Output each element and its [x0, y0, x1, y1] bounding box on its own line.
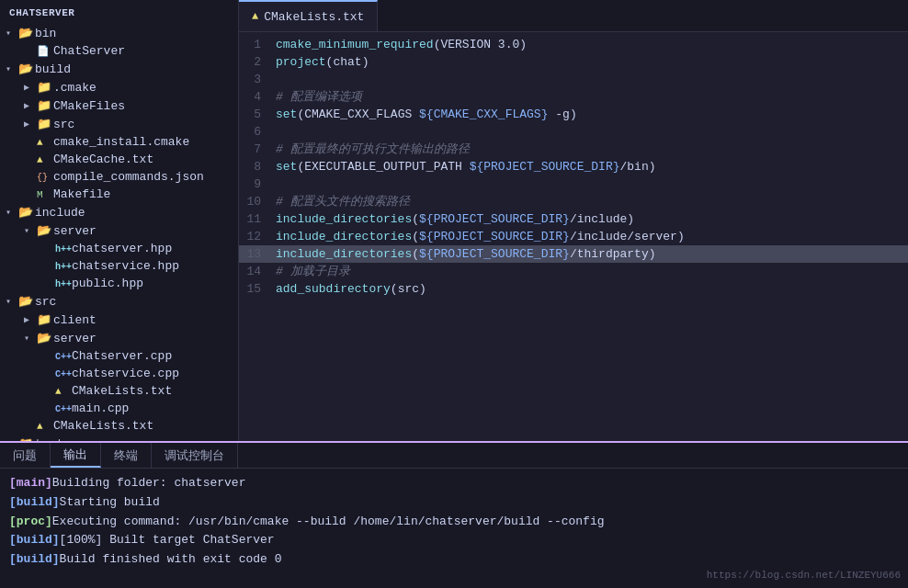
tree-label: server [53, 224, 96, 238]
code-line-5: 5set(CMAKE_CXX_FLAGS ${CMAKE_CXX_FLAGS} … [239, 106, 908, 123]
line-content [276, 71, 908, 88]
tree-item-build[interactable]: ▾📂build [0, 60, 238, 78]
tree-label: CMakeLists.txt [72, 384, 172, 398]
tree-arrow: ▾ [24, 333, 37, 344]
tree-label: main.cpp [72, 401, 129, 415]
folder-icon: 📂 [37, 331, 53, 345]
terminal-text: Executing command: /usr/bin/cmake --buil… [52, 513, 605, 532]
panel-tab-terminal[interactable]: 终端 [101, 443, 152, 468]
tree-item-makefile[interactable]: MMakefile [0, 186, 238, 203]
line-content [276, 123, 908, 141]
line-content: add_subdirectory(src) [276, 280, 908, 298]
hpp-icon: h++ [55, 242, 72, 255]
editor-area: ▲ CMakeLists.txt 1cmake_minimum_required… [239, 0, 908, 441]
tree-label: server [53, 332, 96, 345]
line-number: 3 [239, 71, 276, 88]
tree-arrow: ▶ [24, 100, 37, 111]
tree-item-cmakelists-src[interactable]: ▲CMakeLists.txt [0, 417, 238, 435]
line-content: include_directories(${PROJECT_SOURCE_DIR… [276, 245, 908, 263]
tree-item-chatserver-cpp[interactable]: C++Chatserver.cpp [0, 347, 238, 365]
line-number: 5 [239, 106, 276, 123]
tree-item-public-hpp[interactable]: h++public.hpp [0, 275, 238, 292]
tree-item-main-cpp[interactable]: C++main.cpp [0, 400, 238, 417]
tree-label: bin [35, 27, 56, 40]
cmake-icon: ▲ [37, 419, 53, 433]
tree-item-client[interactable]: ▶📁client [0, 311, 238, 329]
code-line-1: 1cmake_minimum_required(VERSION 3.0) [239, 36, 908, 53]
tree-arrow: ▶ [24, 314, 37, 325]
folder-icon: 📁 [37, 117, 53, 131]
tree-item-cmakelists-server[interactable]: ▲CMakeLists.txt [0, 382, 238, 400]
line-content: # 配置头文件的搜索路径 [276, 193, 908, 210]
line-number: 8 [239, 158, 276, 175]
tree-item-server-src[interactable]: ▾📂server [0, 329, 238, 347]
panel-tab-output[interactable]: 输出 [51, 443, 101, 468]
code-editor[interactable]: 1cmake_minimum_required(VERSION 3.0)2pro… [239, 32, 908, 441]
code-line-2: 2project(chat) [239, 53, 908, 71]
tree-item-cmakecache[interactable]: ▲CMakeCache.txt [0, 151, 238, 168]
folder-icon: 📂 [18, 205, 35, 220]
tree-label: chatserver.hpp [72, 242, 172, 255]
terminal-output: [main] Building folder: chatserver[build… [9, 474, 899, 570]
tree-label: chatservice.hpp [72, 259, 179, 273]
code-line-7: 7# 配置最终的可执行文件输出的路径 [239, 141, 908, 158]
line-number: 14 [239, 263, 276, 280]
line-content: include_directories(${PROJECT_SOURCE_DIR… [276, 210, 908, 228]
panel-tab-problems[interactable]: 问题 [0, 443, 51, 468]
terminal-line: [proc] Executing command: /usr/bin/cmake… [9, 513, 899, 532]
tree-item-bin[interactable]: ▾📂bin [0, 24, 238, 42]
tree-item-chatservice-hpp[interactable]: h++chatservice.hpp [0, 257, 238, 275]
tree-arrow: ▾ [6, 63, 18, 74]
tree-label: Makefile [53, 187, 110, 201]
tree-item-chatserver-hpp[interactable]: h++chatserver.hpp [0, 240, 238, 257]
panel-tabs: 问题 输出 终端 调试控制台 [0, 443, 908, 469]
editor-tab[interactable]: ▲ CMakeLists.txt [239, 0, 378, 31]
tree-label: Chatserver.cpp [72, 349, 172, 363]
tree-item-cmakefiles[interactable]: ▶📁CMakeFiles [0, 96, 238, 115]
line-content: # 配置编译选项 [276, 88, 908, 106]
terminal-text: [100%] Built target ChatServer [60, 531, 275, 550]
tree-label: public.hpp [72, 277, 143, 290]
line-content: # 加载子目录 [276, 263, 908, 280]
tree-item-src[interactable]: ▾📂src [0, 292, 238, 311]
tree-item-cmake[interactable]: ▶📁.cmake [0, 78, 238, 96]
terminal-prefix: [build] [9, 550, 60, 570]
line-content: include_directories(${PROJECT_SOURCE_DIR… [276, 228, 908, 245]
hpp-icon: h++ [55, 259, 72, 273]
tree-label: ChatServer [53, 44, 125, 58]
terminal-text: Build finished with exit code 0 [60, 550, 282, 570]
tree-label: CMakeFiles [53, 99, 125, 113]
tree-item-server-folder[interactable]: ▾📂server [0, 221, 238, 240]
line-content [276, 175, 908, 193]
hpp-icon: h++ [55, 277, 72, 290]
folder-icon: 📂 [37, 223, 53, 238]
panel-tab-debug[interactable]: 调试控制台 [152, 443, 238, 468]
line-content: project(chat) [276, 53, 908, 71]
tree-item-src-build[interactable]: ▶📁src [0, 115, 238, 133]
terminal-prefix: [build] [9, 531, 60, 550]
tree-arrow: ▶ [24, 82, 37, 93]
tree-label: client [53, 313, 96, 327]
line-number: 13 [239, 245, 276, 263]
tree-item-chatserver-file[interactable]: 📄ChatServer [0, 42, 238, 60]
tree-label: CMakeLists.txt [53, 419, 153, 433]
tree-item-chatservice-cpp[interactable]: C++chatservice.cpp [0, 365, 238, 382]
tree-item-cmake-install[interactable]: ▲cmake_install.cmake [0, 133, 238, 151]
watermark: https://blog.csdn.net/LINZEYU666 [707, 568, 901, 584]
panel-content: [main] Building folder: chatserver[build… [0, 469, 908, 588]
line-number: 6 [239, 123, 276, 141]
cpp-icon: C++ [55, 349, 72, 363]
cmake-tab-icon: ▲ [252, 10, 258, 23]
tree-item-include[interactable]: ▾📂include [0, 203, 238, 221]
tree-arrow: ▾ [24, 225, 37, 236]
tree-item-compile-commands[interactable]: {}compile_commands.json [0, 168, 238, 186]
tree-label: compile_commands.json [53, 170, 204, 184]
tree-label: chatservice.cpp [72, 367, 179, 380]
line-number: 4 [239, 88, 276, 106]
line-content: set(EXECUTABLE_OUTPUT_PATH ${PROJECT_SOU… [276, 158, 908, 175]
tab-filename: CMakeLists.txt [264, 10, 364, 24]
code-line-11: 11include_directories(${PROJECT_SOURCE_D… [239, 210, 908, 228]
tree-item-test[interactable]: ▶📁test [0, 435, 238, 441]
line-content: # 配置最终的可执行文件输出的路径 [276, 141, 908, 158]
tree-label: cmake_install.cmake [53, 135, 189, 149]
